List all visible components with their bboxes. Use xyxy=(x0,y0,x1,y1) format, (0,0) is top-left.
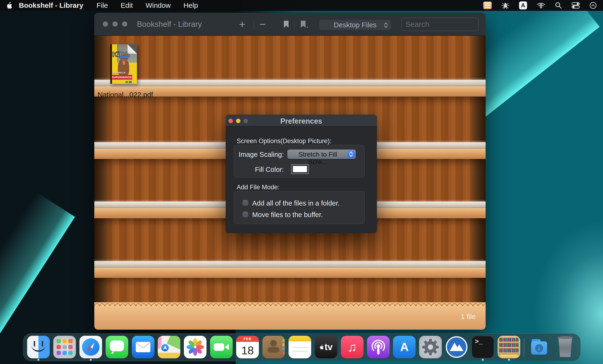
remove-file-button[interactable]: − xyxy=(260,18,266,31)
bookshelf-menubar-icon[interactable] xyxy=(483,2,492,9)
dock-item-launchpad[interactable] xyxy=(53,336,76,359)
dock-item-maps[interactable] xyxy=(158,336,180,359)
dock-item-downloads[interactable]: ↓ xyxy=(528,336,550,359)
music-note-glyph: ♫ xyxy=(347,340,357,354)
contacts-icon xyxy=(262,336,285,358)
cover-banner: SUPERHEROS! xyxy=(112,75,132,80)
page-curl xyxy=(128,44,137,54)
move-files-buffer-checkbox[interactable] xyxy=(243,212,248,217)
menu-window[interactable]: Window xyxy=(145,1,171,10)
input-source-icon[interactable]: A xyxy=(519,1,527,10)
dock-item-facetime[interactable] xyxy=(210,336,233,359)
menu-help[interactable]: Help xyxy=(183,1,198,10)
active-app-menu[interactable]: Bookshelf - Library xyxy=(19,1,83,10)
base-stitching xyxy=(94,302,486,306)
dock-item-apple-tv[interactable]: tv xyxy=(315,336,337,359)
menubar-extras-icon[interactable] xyxy=(589,2,597,9)
toolbar-separator xyxy=(254,20,254,29)
dock: FEB 18 tv ♫ xyxy=(23,333,580,361)
terminal-prompt-glyph: >_ xyxy=(475,338,483,345)
dock-item-music[interactable]: ♫ xyxy=(341,336,363,359)
collection-popup-value: Desktop Files xyxy=(334,21,377,29)
zoom-button[interactable] xyxy=(122,22,127,27)
popup-chevrons-icon xyxy=(383,22,389,29)
bookmark-menu-icon[interactable] xyxy=(300,20,309,29)
menu-bar: Bookshelf - Library File Edit Window Hel… xyxy=(0,0,603,11)
fill-color-label: Fill Color: xyxy=(235,166,284,174)
calendar-icon: FEB 18 xyxy=(236,336,259,358)
maps-icon xyxy=(158,336,180,358)
dialog-title: Preferences xyxy=(226,117,377,125)
spotlight-icon[interactable] xyxy=(555,2,562,9)
close-button[interactable] xyxy=(103,22,108,27)
finder-icon xyxy=(27,336,50,358)
dock-item-photos[interactable] xyxy=(184,336,207,359)
safari-icon xyxy=(80,336,102,358)
file-count-status: 1 file xyxy=(461,313,476,321)
add-all-files-label: Add all of the files in a folder. xyxy=(252,199,340,207)
file-name-label[interactable]: National...022.pdf xyxy=(98,91,150,99)
search-input[interactable] xyxy=(405,20,486,29)
control-center-icon[interactable] xyxy=(571,2,580,9)
dock-item-podcasts[interactable] xyxy=(367,336,390,359)
menu-edit[interactable]: Edit xyxy=(121,1,133,10)
shelf-board xyxy=(94,80,486,97)
dock-item-mail[interactable] xyxy=(132,336,154,359)
launchpad-icon xyxy=(53,336,76,358)
toolbar-separator xyxy=(294,20,295,29)
running-indicator xyxy=(90,359,92,361)
running-indicator xyxy=(482,359,484,361)
download-arrow-icon: ↓ xyxy=(535,344,543,352)
running-indicator xyxy=(37,359,39,361)
bookmark-icon[interactable] xyxy=(283,20,290,28)
cover-dog-goggles xyxy=(119,56,129,58)
dock-item-bookshelf[interactable] xyxy=(498,336,520,359)
photos-icon xyxy=(184,336,207,358)
bookshelf-base xyxy=(94,302,486,330)
fill-color-well[interactable] xyxy=(291,164,309,174)
calendar-month: FEB xyxy=(236,336,259,342)
popup-stepper-icon xyxy=(347,150,355,158)
collection-popup[interactable]: Desktop Files xyxy=(319,20,391,30)
desktop: Bookshelf - Library File Edit Window Hel… xyxy=(0,0,603,364)
cover-badges xyxy=(125,81,132,83)
search-field[interactable] xyxy=(401,17,479,31)
dock-item-calendar[interactable]: FEB 18 xyxy=(236,336,259,359)
window-titlebar[interactable]: Bookshelf - Library + − Desktop Files xyxy=(94,13,486,36)
dock-item-messages[interactable] xyxy=(106,336,128,359)
dock-item-app-cleaner[interactable] xyxy=(445,336,468,359)
image-scaling-popup[interactable]: Stretch to Fill Scre... xyxy=(287,150,356,159)
apple-menu-icon[interactable] xyxy=(6,2,12,9)
dock-item-trash[interactable] xyxy=(554,336,577,359)
calendar-day: 18 xyxy=(236,342,259,358)
mail-icon xyxy=(132,336,154,358)
add-all-files-checkbox[interactable] xyxy=(243,200,248,206)
apple-tv-label: tv xyxy=(325,342,333,352)
cover-dog-tongue xyxy=(123,61,125,65)
app-store-icon: A xyxy=(393,336,416,358)
dock-item-terminal[interactable]: >_ xyxy=(472,336,494,359)
move-files-buffer-label: Move files to the buffer. xyxy=(252,211,323,219)
spider-icon[interactable] xyxy=(501,2,510,9)
menu-bar-status-area: A xyxy=(483,1,603,10)
dock-separator xyxy=(524,338,524,357)
preferences-dialog: Preferences Screen Options(Desktop Pictu… xyxy=(226,115,377,233)
dock-item-app-store[interactable]: A xyxy=(393,336,416,359)
wifi-alert-icon[interactable] xyxy=(536,2,545,9)
dock-item-notes[interactable] xyxy=(289,336,311,359)
mountain-app-icon xyxy=(446,336,467,358)
menu-file[interactable]: File xyxy=(96,1,108,10)
pdf-file-thumbnail[interactable]: KiDS 25 ANIMAUX SUPERHEROS! xyxy=(110,44,137,84)
minimize-button[interactable] xyxy=(112,22,118,27)
dialog-titlebar[interactable]: Preferences xyxy=(226,115,377,127)
dock-item-finder[interactable] xyxy=(27,336,50,359)
dock-item-contacts[interactable] xyxy=(262,336,285,359)
window-title: Bookshelf - Library xyxy=(137,20,202,29)
add-file-button[interactable]: + xyxy=(239,18,245,31)
fill-color-swatch xyxy=(293,166,307,172)
system-settings-icon xyxy=(419,336,442,358)
shelf-board xyxy=(94,261,486,278)
dock-item-safari[interactable] xyxy=(80,336,102,359)
image-scaling-value: Stretch to Fill Scre... xyxy=(290,151,346,166)
dock-item-system-settings[interactable] xyxy=(419,336,442,359)
